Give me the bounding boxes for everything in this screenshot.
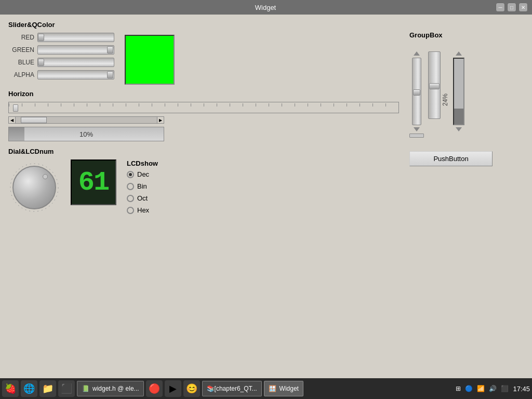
green-slider-row: GREEN (8, 45, 114, 55)
taskbar-kb-icon: ⊞ (456, 385, 461, 392)
radio-hex-btn[interactable] (127, 207, 134, 214)
titlebar: Widget ─ □ ✕ (0, 0, 532, 15)
scrollbar-track[interactable] (16, 116, 157, 124)
horizon-ticks (9, 102, 398, 113)
left-column: Slider&QColor RED GREEN (8, 21, 399, 214)
taskbar-bluetooth-icon: 🔵 (465, 385, 473, 392)
vslider3-up-arrow[interactable] (456, 51, 462, 56)
vslider3-container (453, 51, 464, 131)
red-slider-row: RED (8, 33, 114, 42)
taskbar-item-widget-label: Widget (280, 385, 299, 392)
vslider2-percent-label: 24% (442, 64, 449, 106)
radio-bin[interactable]: Bin (127, 182, 158, 190)
scrollbar-thumb[interactable] (21, 117, 47, 123)
blue-label: BLUE (8, 59, 34, 66)
minimize-button[interactable]: ─ (496, 3, 505, 12)
main-content: Slider&QColor RED GREEN (0, 15, 532, 378)
groupbox-content: 24% (409, 51, 464, 138)
push-button[interactable]: PushButton (409, 151, 493, 166)
dial-lcd-label: Dial&LCDnum (8, 148, 399, 155)
lcdshow-section: LCDshow Dec Bin (127, 159, 158, 214)
taskbar-icon-emoji[interactable]: 😊 (183, 380, 200, 397)
taskbar-icon-play[interactable]: ▶ (165, 380, 181, 397)
horizon-section: Horizon (8, 90, 399, 141)
taskbar-item-widget-h[interactable]: 📗 widget.h @ ele... (77, 381, 144, 396)
radio-bin-label: Bin (137, 182, 147, 190)
vslider3-fill (454, 109, 463, 124)
radio-dec[interactable]: Dec (127, 170, 158, 178)
dial-lcd-section: Dial&LCDnum 61 (8, 148, 399, 214)
taskbar-item-widget-h-icon: 📗 (82, 385, 89, 392)
radio-oct[interactable]: Oct (127, 194, 158, 202)
taskbar-item-widget-icon: 🪟 (269, 385, 276, 392)
maximize-button[interactable]: □ (507, 3, 516, 12)
red-slider[interactable] (37, 33, 114, 42)
vslider2-container (428, 51, 441, 119)
vslider1-down-arrow[interactable] (414, 127, 420, 131)
vslider2-track[interactable] (428, 51, 441, 119)
horizon-slider-row (8, 102, 399, 113)
dial-widget[interactable] (12, 166, 56, 209)
dial-outer (8, 162, 60, 214)
taskbar-battery-icon: ⬛ (501, 385, 509, 392)
progress-fill (9, 127, 24, 141)
dial-knob (43, 174, 48, 179)
horizon-label: Horizon (8, 90, 399, 98)
taskbar-icon-terminal[interactable]: ⬛ (58, 380, 75, 397)
vslider2-group: 24% (428, 51, 449, 119)
taskbar-item-chapter-label: 📚[chapter6_QT... (207, 385, 257, 392)
pushbutton-container: PushButton (409, 151, 493, 166)
vslider1-up-arrow[interactable] (414, 51, 420, 56)
alpha-slider[interactable] (37, 70, 114, 79)
widget-area: Slider&QColor RED GREEN (8, 21, 524, 214)
radio-oct-btn[interactable] (127, 195, 134, 202)
alpha-label: ALPHA (8, 71, 34, 78)
blue-slider[interactable] (37, 58, 114, 67)
radio-bin-btn[interactable] (127, 183, 134, 190)
taskbar-icon-raspberry[interactable]: 🍓 (2, 380, 19, 397)
blue-slider-row: BLUE (8, 58, 114, 67)
vslider1-track[interactable] (412, 58, 421, 125)
lcd-display: 61 (71, 159, 116, 205)
horizon-slider[interactable] (8, 102, 399, 113)
taskbar-icon-browser[interactable]: 🌐 (21, 380, 37, 397)
window-controls: ─ □ ✕ (496, 3, 528, 12)
taskbar-wifi-icon: 📶 (477, 385, 485, 392)
right-column: GroupBox (409, 21, 524, 214)
window-title: Widget (35, 4, 496, 11)
radio-oct-label: Oct (137, 194, 148, 202)
dial-lcd-content: 61 LCDshow Dec Bin (8, 159, 399, 214)
alpha-slider-row: ALPHA (8, 70, 114, 79)
taskbar-right: ⊞ 🔵 📶 🔊 ⬛ 17:45 (456, 385, 530, 393)
sliders-container: RED GREEN (8, 33, 114, 85)
scroll-left-arrow[interactable]: ◀ (8, 116, 16, 124)
vslider3-down-arrow[interactable] (456, 127, 462, 131)
color-preview-box (125, 35, 175, 85)
vslider3-track[interactable] (453, 58, 464, 125)
taskbar-icon-overthinking[interactable]: 🔴 (146, 380, 163, 397)
slider-qcolor-label: Slider&QColor (8, 21, 399, 29)
slider-qcolor-section: Slider&QColor RED GREEN (8, 21, 399, 85)
groupbox-label: GroupBox (409, 31, 443, 39)
radio-hex[interactable]: Hex (127, 206, 158, 214)
progress-bar: 10% (8, 127, 164, 141)
horizon-scrollbar: ◀ ▶ (8, 116, 164, 124)
close-button[interactable]: ✕ (518, 3, 528, 12)
radio-dec-btn[interactable] (127, 171, 134, 178)
taskbar-item-widget-h-label: widget.h @ ele... (92, 385, 139, 392)
radio-dec-label: Dec (137, 170, 149, 178)
radio-hex-label: Hex (137, 206, 149, 214)
lcdshow-label: LCDshow (127, 159, 158, 167)
taskbar-item-chapter[interactable]: 📚[chapter6_QT... (202, 381, 262, 396)
taskbar-icon-files[interactable]: 📁 (39, 380, 56, 397)
lcdshow-options: Dec Bin Oct (127, 170, 158, 214)
green-label: GREEN (8, 46, 34, 54)
green-slider[interactable] (37, 45, 114, 55)
vslider1-container (409, 51, 424, 138)
vslider1-handle (413, 89, 420, 96)
vslider2-handle (429, 83, 440, 89)
scroll-right-arrow[interactable]: ▶ (157, 116, 164, 124)
taskbar: 🍓 🌐 📁 ⬛ 📗 widget.h @ ele... 🔴 ▶ 😊 📚[chap… (0, 378, 532, 399)
taskbar-item-widget[interactable]: 🪟 Widget (264, 381, 303, 396)
taskbar-volume-icon: 🔊 (489, 385, 497, 392)
